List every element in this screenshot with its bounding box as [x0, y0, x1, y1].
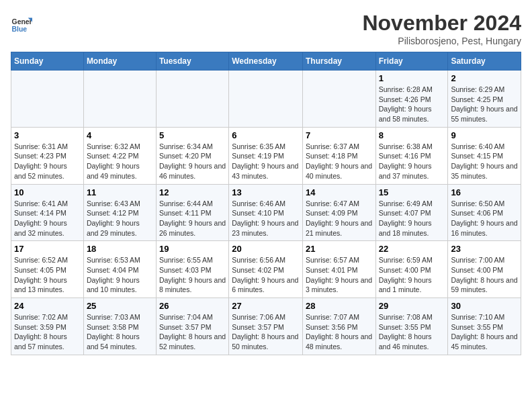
- day-info: Sunrise: 6:44 AM Sunset: 4:11 PM Dayligh…: [159, 199, 226, 238]
- day-info: Sunrise: 7:00 AM Sunset: 4:00 PM Dayligh…: [451, 255, 518, 295]
- day-number: 16: [451, 187, 518, 197]
- calendar-table: Sunday Monday Tuesday Wednesday Thursday…: [11, 52, 521, 355]
- calendar-cell: 15Sunrise: 6:49 AM Sunset: 4:07 PM Dayli…: [375, 184, 448, 241]
- day-number: 10: [14, 187, 81, 197]
- day-number: 19: [159, 244, 226, 254]
- day-number: 7: [306, 130, 373, 140]
- day-info: Sunrise: 6:34 AM Sunset: 4:20 PM Dayligh…: [159, 142, 226, 181]
- calendar-cell: 28Sunrise: 7:07 AM Sunset: 3:56 PM Dayli…: [302, 298, 375, 355]
- day-number: 9: [451, 130, 518, 140]
- calendar-cell: 8Sunrise: 6:38 AM Sunset: 4:16 PM Daylig…: [375, 127, 448, 184]
- logo-icon: General Blue: [11, 13, 32, 35]
- day-info: Sunrise: 7:02 AM Sunset: 3:59 PM Dayligh…: [14, 312, 81, 352]
- week-row-2: 10Sunrise: 6:41 AM Sunset: 4:14 PM Dayli…: [11, 184, 521, 241]
- header-monday: Monday: [83, 52, 156, 71]
- day-number: 11: [87, 187, 153, 197]
- day-info: Sunrise: 6:41 AM Sunset: 4:14 PM Dayligh…: [14, 199, 81, 238]
- day-number: 17: [14, 244, 81, 254]
- day-info: Sunrise: 7:10 AM Sunset: 3:55 PM Dayligh…: [451, 312, 518, 352]
- day-info: Sunrise: 6:55 AM Sunset: 4:03 PM Dayligh…: [159, 255, 226, 295]
- day-info: Sunrise: 6:43 AM Sunset: 4:12 PM Dayligh…: [87, 199, 153, 238]
- month-year: November 2024: [362, 11, 521, 36]
- calendar-cell: 14Sunrise: 6:47 AM Sunset: 4:09 PM Dayli…: [302, 184, 375, 241]
- day-number: 26: [159, 301, 226, 311]
- calendar-cell: 1Sunrise: 6:28 AM Sunset: 4:26 PM Daylig…: [375, 71, 448, 128]
- day-number: 24: [14, 301, 81, 311]
- calendar-cell: 9Sunrise: 6:40 AM Sunset: 4:15 PM Daylig…: [448, 127, 521, 184]
- day-number: 4: [87, 130, 153, 140]
- day-number: 6: [232, 130, 300, 140]
- header-thursday: Thursday: [302, 52, 375, 71]
- day-info: Sunrise: 6:37 AM Sunset: 4:18 PM Dayligh…: [306, 142, 373, 181]
- calendar-cell: 3Sunrise: 6:31 AM Sunset: 4:23 PM Daylig…: [11, 127, 84, 184]
- calendar-cell: [302, 71, 375, 128]
- header-row: Sunday Monday Tuesday Wednesday Thursday…: [11, 52, 521, 71]
- day-info: Sunrise: 6:35 AM Sunset: 4:19 PM Dayligh…: [232, 142, 300, 181]
- day-number: 15: [379, 187, 445, 197]
- day-number: 22: [379, 244, 445, 254]
- title-block: November 2024 Pilisborosjeno, Pest, Hung…: [362, 11, 521, 46]
- day-info: Sunrise: 6:56 AM Sunset: 4:02 PM Dayligh…: [232, 255, 300, 295]
- day-number: 25: [87, 301, 153, 311]
- day-info: Sunrise: 6:47 AM Sunset: 4:09 PM Dayligh…: [306, 199, 373, 238]
- day-number: 13: [232, 187, 300, 197]
- week-row-0: 1Sunrise: 6:28 AM Sunset: 4:26 PM Daylig…: [11, 71, 521, 128]
- calendar-cell: 12Sunrise: 6:44 AM Sunset: 4:11 PM Dayli…: [156, 184, 228, 241]
- week-row-3: 17Sunrise: 6:52 AM Sunset: 4:05 PM Dayli…: [11, 241, 521, 298]
- day-info: Sunrise: 6:40 AM Sunset: 4:15 PM Dayligh…: [451, 142, 518, 181]
- day-info: Sunrise: 6:50 AM Sunset: 4:06 PM Dayligh…: [451, 199, 518, 238]
- day-info: Sunrise: 7:06 AM Sunset: 3:57 PM Dayligh…: [232, 312, 300, 352]
- calendar-cell: 22Sunrise: 6:59 AM Sunset: 4:00 PM Dayli…: [375, 241, 448, 298]
- day-info: Sunrise: 6:59 AM Sunset: 4:00 PM Dayligh…: [379, 255, 445, 295]
- calendar-cell: [229, 71, 303, 128]
- calendar-cell: 5Sunrise: 6:34 AM Sunset: 4:20 PM Daylig…: [156, 127, 228, 184]
- calendar-cell: 4Sunrise: 6:32 AM Sunset: 4:22 PM Daylig…: [83, 127, 156, 184]
- day-number: 2: [451, 73, 518, 83]
- day-number: 18: [87, 244, 153, 254]
- header-saturday: Saturday: [448, 52, 521, 71]
- calendar-cell: 16Sunrise: 6:50 AM Sunset: 4:06 PM Dayli…: [448, 184, 521, 241]
- logo: General Blue: [11, 13, 35, 35]
- day-info: Sunrise: 6:32 AM Sunset: 4:22 PM Dayligh…: [87, 142, 153, 181]
- day-number: 3: [14, 130, 81, 140]
- calendar-cell: [11, 71, 84, 128]
- calendar-cell: 18Sunrise: 6:53 AM Sunset: 4:04 PM Dayli…: [83, 241, 156, 298]
- day-number: 21: [306, 244, 373, 254]
- day-info: Sunrise: 6:46 AM Sunset: 4:10 PM Dayligh…: [232, 199, 300, 238]
- day-info: Sunrise: 7:08 AM Sunset: 3:55 PM Dayligh…: [379, 312, 445, 352]
- header-sunday: Sunday: [11, 52, 84, 71]
- day-number: 28: [306, 301, 373, 311]
- day-number: 27: [232, 301, 300, 311]
- calendar-cell: 20Sunrise: 6:56 AM Sunset: 4:02 PM Dayli…: [229, 241, 303, 298]
- day-number: 12: [159, 187, 226, 197]
- location: Pilisborosjeno, Pest, Hungary: [362, 36, 521, 46]
- calendar-cell: 30Sunrise: 7:10 AM Sunset: 3:55 PM Dayli…: [448, 298, 521, 355]
- day-info: Sunrise: 6:57 AM Sunset: 4:01 PM Dayligh…: [306, 255, 373, 295]
- header-friday: Friday: [375, 52, 448, 71]
- page-header: General Blue November 2024 Pilisborosjen…: [11, 11, 521, 46]
- day-info: Sunrise: 6:38 AM Sunset: 4:16 PM Dayligh…: [379, 142, 445, 181]
- day-info: Sunrise: 6:28 AM Sunset: 4:26 PM Dayligh…: [379, 85, 445, 124]
- calendar-cell: 24Sunrise: 7:02 AM Sunset: 3:59 PM Dayli…: [11, 298, 84, 355]
- calendar-cell: 19Sunrise: 6:55 AM Sunset: 4:03 PM Dayli…: [156, 241, 228, 298]
- calendar-cell: 23Sunrise: 7:00 AM Sunset: 4:00 PM Dayli…: [448, 241, 521, 298]
- svg-text:General: General: [12, 18, 32, 26]
- day-number: 8: [379, 130, 445, 140]
- day-number: 5: [159, 130, 226, 140]
- calendar-cell: 29Sunrise: 7:08 AM Sunset: 3:55 PM Dayli…: [375, 298, 448, 355]
- day-number: 23: [451, 244, 518, 254]
- calendar-cell: 7Sunrise: 6:37 AM Sunset: 4:18 PM Daylig…: [302, 127, 375, 184]
- svg-text:Blue: Blue: [12, 26, 28, 33]
- calendar-cell: 13Sunrise: 6:46 AM Sunset: 4:10 PM Dayli…: [229, 184, 303, 241]
- calendar-cell: 26Sunrise: 7:04 AM Sunset: 3:57 PM Dayli…: [156, 298, 228, 355]
- day-number: 1: [379, 73, 445, 83]
- calendar-cell: 11Sunrise: 6:43 AM Sunset: 4:12 PM Dayli…: [83, 184, 156, 241]
- week-row-4: 24Sunrise: 7:02 AM Sunset: 3:59 PM Dayli…: [11, 298, 521, 355]
- day-info: Sunrise: 7:07 AM Sunset: 3:56 PM Dayligh…: [306, 312, 373, 352]
- day-info: Sunrise: 6:31 AM Sunset: 4:23 PM Dayligh…: [14, 142, 81, 181]
- day-number: 20: [232, 244, 300, 254]
- day-number: 14: [306, 187, 373, 197]
- calendar-cell: 2Sunrise: 6:29 AM Sunset: 4:25 PM Daylig…: [448, 71, 521, 128]
- day-info: Sunrise: 7:03 AM Sunset: 3:58 PM Dayligh…: [87, 312, 153, 352]
- day-info: Sunrise: 6:53 AM Sunset: 4:04 PM Dayligh…: [87, 255, 153, 295]
